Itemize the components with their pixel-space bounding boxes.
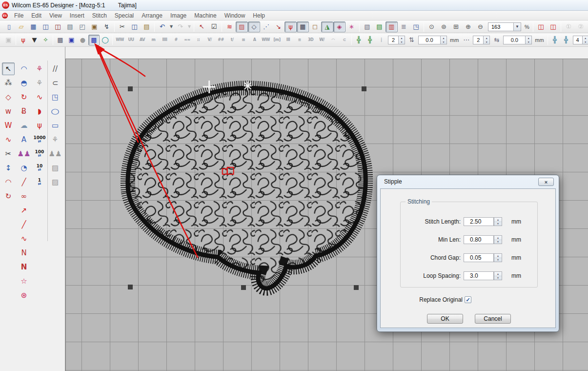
cut-icon[interactable]: ✂ (116, 21, 128, 32)
zoom-out-icon[interactable]: ⊖ (474, 21, 487, 32)
hoop-layout-icon[interactable]: ▣ (3, 35, 14, 45)
replace-original-checkbox[interactable]: ✓ (465, 296, 471, 303)
copy-icon[interactable]: ◫ (128, 21, 141, 32)
center-hoop-icon[interactable]: ╬ (561, 35, 572, 45)
stipple-run-icon[interactable]: ▩ (88, 35, 100, 45)
brain-shape[interactable] (128, 88, 365, 288)
rotate-ellipse-tool[interactable]: ↻ (2, 190, 15, 203)
shape-tool[interactable]: ◳ (49, 91, 61, 103)
scale-1-tool[interactable]: 1⇄ (33, 176, 46, 188)
menu-help[interactable]: Help (249, 11, 269, 20)
monogram-tool[interactable]: ♟♟ (18, 147, 30, 160)
field-spinner[interactable]: ▲▼ (494, 235, 502, 244)
select-tool[interactable]: ↖ (2, 62, 15, 75)
stitch-type-wave-icon[interactable]: ≈≈ (182, 35, 193, 45)
menu-edit[interactable]: Edit (27, 11, 45, 20)
print-preview-icon[interactable]: ◰ (76, 21, 88, 32)
texture-b-tool[interactable]: ▨ (49, 176, 61, 188)
bean-tool[interactable]: ◗ (33, 105, 46, 118)
print-icon[interactable]: ▤ (64, 21, 76, 32)
envelope-tool[interactable]: ◔ (18, 162, 30, 174)
export-machine-icon[interactable]: ◫ (535, 21, 547, 32)
mirror-merge-h-icon[interactable]: ╬ (353, 35, 365, 45)
remove-overlaps-tool[interactable]: Ƀ (18, 105, 30, 118)
undo-menu-icon[interactable]: ▼ (168, 21, 174, 32)
show-machine-functions-icon[interactable]: ▨ (236, 21, 248, 32)
show-stitches-icon[interactable]: ≋ (223, 21, 236, 32)
machine-connect-icon[interactable]: ↯ (101, 21, 113, 32)
motif-run-tool[interactable]: ↗ (18, 204, 30, 217)
properties-icon[interactable]: ◳ (410, 21, 422, 32)
open-design-icon[interactable]: ▱ (15, 21, 27, 32)
run-tool[interactable]: ╱ (18, 176, 30, 188)
zoom-level-input[interactable] (488, 22, 513, 31)
selection-handle[interactable] (241, 285, 246, 290)
stitch-type-arc-icon[interactable]: ◠ (327, 35, 339, 45)
backstitch-tool[interactable]: ╱ (18, 218, 30, 231)
zoom-all-icon[interactable]: ⊚ (438, 21, 450, 32)
stitch-type-loop-icon[interactable]: UU (125, 35, 137, 45)
chain-tool[interactable]: ∞ (18, 190, 30, 203)
ellipse-tool[interactable]: ○ (46, 105, 63, 118)
selection-handle[interactable] (354, 285, 359, 290)
show-artwork-icon[interactable]: ◈ (333, 21, 345, 32)
show-background-icon[interactable]: ◮ (321, 21, 333, 32)
hand-position-2-icon[interactable]: ② (575, 21, 587, 32)
reshape-object-tool[interactable]: ◠ (18, 62, 30, 75)
menu-window[interactable]: Window (221, 11, 249, 20)
zoom-box-icon[interactable]: ⊞ (450, 21, 462, 32)
stitch-type-dots-icon[interactable]: :: (193, 35, 204, 45)
mirror-merge-v-icon[interactable]: ╬ (365, 35, 376, 45)
stitch-player-icon[interactable]: ≣ (398, 21, 410, 32)
save-machine-file-icon[interactable]: ◫ (52, 21, 64, 32)
field-spinner[interactable]: ▲▼ (494, 253, 502, 262)
polygon-select-tool[interactable]: ⁂ (2, 77, 15, 89)
stitch-type-box-icon[interactable]: ⊞ (238, 35, 249, 45)
scale-100-tool[interactable]: 100⇄ (33, 147, 46, 160)
ok-button[interactable]: OK (427, 314, 463, 324)
spinner-value[interactable]: 2 (388, 36, 399, 44)
menu-arrange[interactable]: Arrange (138, 11, 166, 20)
texture-flower-tool[interactable]: ⚘ (49, 133, 61, 146)
applique-tool[interactable]: ◓ (18, 77, 30, 89)
pen-select-icon[interactable]: ↖ (196, 21, 208, 32)
stitch-edit-tool[interactable]: w (2, 105, 15, 118)
menu-image[interactable]: Image (166, 11, 190, 20)
spinner-value[interactable]: 2 (473, 36, 484, 44)
pattern-run-icon[interactable]: ▩ (55, 35, 66, 45)
spinner-arrows[interactable]: ▲▼ (526, 36, 532, 44)
menu-insert[interactable]: Insert (66, 11, 88, 20)
stitch-type-fur-icon[interactable]: W/ (316, 35, 327, 45)
stitch-list-icon[interactable]: ▤ (373, 21, 385, 32)
zoom-dropdown-icon[interactable]: ▼ (513, 22, 521, 31)
open-shape-tool[interactable]: N (18, 247, 30, 259)
stitch-type-bars-icon[interactable]: ≡ (294, 35, 305, 45)
more-tools-icon[interactable]: ⁞ (376, 35, 387, 45)
bitmap-icon[interactable]: ▧ (361, 21, 373, 32)
selection-handle[interactable] (128, 285, 133, 289)
show-points-icon[interactable]: ⋰ (260, 21, 272, 32)
field-spinner[interactable]: ▲▼ (494, 271, 502, 280)
rotate-tool[interactable]: ↻ (18, 91, 30, 103)
mw-cut-tool[interactable]: ∿ (2, 133, 15, 146)
texture-a-tool[interactable]: ▨ (49, 162, 61, 174)
spinner-value[interactable]: 4 (573, 36, 583, 44)
ring-tool[interactable]: ⊛ (18, 289, 30, 302)
menu-file[interactable]: File (10, 11, 27, 20)
stitch-type-bracket-icon[interactable]: [m] (271, 35, 283, 45)
texture-figures-tool[interactable]: ♟♟ (49, 147, 61, 160)
menu-stitch[interactable]: Stitch (88, 11, 111, 20)
convert-circle-icon[interactable]: ● (77, 35, 88, 45)
stretch-tool[interactable]: ↕ (2, 162, 15, 174)
stitch-type-a-icon[interactable]: A (249, 35, 260, 45)
menu-machine[interactable]: Machine (190, 11, 220, 20)
save-design-icon[interactable]: ▦ (27, 21, 40, 32)
spinner-arrows[interactable]: ▲▼ (441, 36, 447, 44)
knife-tool[interactable]: ✂ (2, 147, 15, 160)
field-spinner[interactable]: ▲▼ (494, 217, 502, 226)
stitch-length-input[interactable]: 2.50 (464, 217, 494, 226)
rectangle-tool[interactable]: ▭ (49, 119, 61, 132)
color-film-icon[interactable]: ▥ (385, 21, 398, 32)
stitch-type-grid2-icon[interactable]: ## (215, 35, 226, 45)
save-to-machine-icon[interactable]: ◫ (40, 21, 52, 32)
